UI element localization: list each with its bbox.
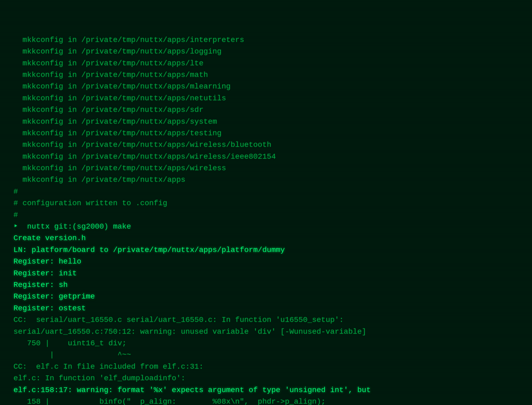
terminal-line: mkkconfig in /private/tmp/nuttx/apps/lte — [13, 58, 519, 69]
terminal-line: Register: hello — [13, 256, 519, 267]
terminal-line: 158 | binfo(" p_align: %08x\n", phdr->p_… — [13, 396, 519, 405]
terminal-line: mkkconfig in /private/tmp/nuttx/apps/sys… — [13, 116, 519, 127]
terminal-line: CC: elf.c In file included from elf.c:31… — [13, 361, 519, 372]
terminal-line: mkkconfig in /private/tmp/nuttx/apps/tes… — [13, 127, 519, 139]
terminal-content: mkkconfig in /private/tmp/nuttx/apps/int… — [13, 11, 519, 405]
terminal-line: CC: serial/uart_16550.c serial/uart_1655… — [13, 314, 519, 326]
terminal-line: # configuration written to .config — [13, 197, 519, 209]
terminal-line: Register: sh — [13, 279, 519, 291]
terminal-line: Create version.h — [13, 232, 519, 244]
terminal-line: Register: getprime — [13, 291, 519, 302]
terminal-line: mkkconfig in /private/tmp/nuttx/apps/mle… — [13, 81, 519, 92]
terminal-line: Register: init — [13, 268, 519, 279]
terminal-line: mkkconfig in /private/tmp/nuttx/apps/wir… — [13, 162, 519, 174]
terminal-line: mkkconfig in /private/tmp/nuttx/apps/net… — [13, 93, 519, 104]
terminal-line: mkkconfig in /private/tmp/nuttx/apps/wir… — [13, 151, 519, 162]
terminal-line: mkkconfig in /private/tmp/nuttx/apps/log… — [13, 46, 519, 57]
terminal-line: mkkconfig in /private/tmp/nuttx/apps/mat… — [13, 69, 519, 81]
terminal-line: mkkconfig in /private/tmp/nuttx/apps/int… — [13, 34, 519, 46]
terminal-window: mkkconfig in /private/tmp/nuttx/apps/int… — [0, 0, 532, 405]
terminal-line: # — [13, 209, 519, 221]
terminal-line: 750 | uint16_t div; — [13, 338, 519, 349]
terminal-line: # — [13, 186, 519, 197]
terminal-line: | ^~~ — [13, 349, 519, 361]
terminal-line: Register: ostest — [13, 303, 519, 314]
terminal-line: mkkconfig in /private/tmp/nuttx/apps/sdr — [13, 104, 519, 116]
terminal-line: LN: platform/board to /private/tmp/nuttx… — [13, 244, 519, 256]
terminal-line: elf.c:158:17: warning: format '%x' expec… — [13, 384, 519, 396]
terminal-line: serial/uart_16550.c:750:12: warning: unu… — [13, 326, 519, 338]
terminal-line: mkkconfig in /private/tmp/nuttx/apps/wir… — [13, 139, 519, 151]
terminal-line: elf.c: In function 'elf_dumploadinfo': — [13, 372, 519, 384]
terminal-line: mkkconfig in /private/tmp/nuttx/apps — [13, 174, 519, 186]
terminal-line: ‣ nuttx git:(sg2000) make — [13, 221, 519, 232]
